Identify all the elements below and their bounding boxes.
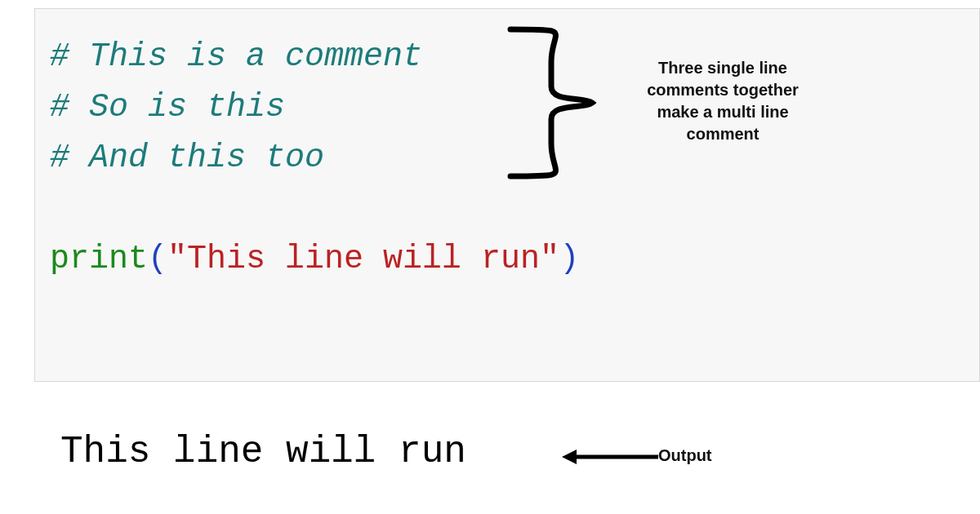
output-text: This line will run [60,431,466,473]
output-label: Output [658,446,712,465]
print-statement: print("This line will run") [50,234,964,285]
arrow-left-icon [562,445,660,469]
string-literal: "This line will run" [167,241,559,277]
svg-marker-1 [562,450,577,464]
function-name: print [50,241,148,277]
blank-line [50,184,964,234]
open-paren: ( [148,241,167,277]
close-paren: ) [559,241,579,277]
brace-annotation-text: Three single line comments together make… [633,57,813,145]
